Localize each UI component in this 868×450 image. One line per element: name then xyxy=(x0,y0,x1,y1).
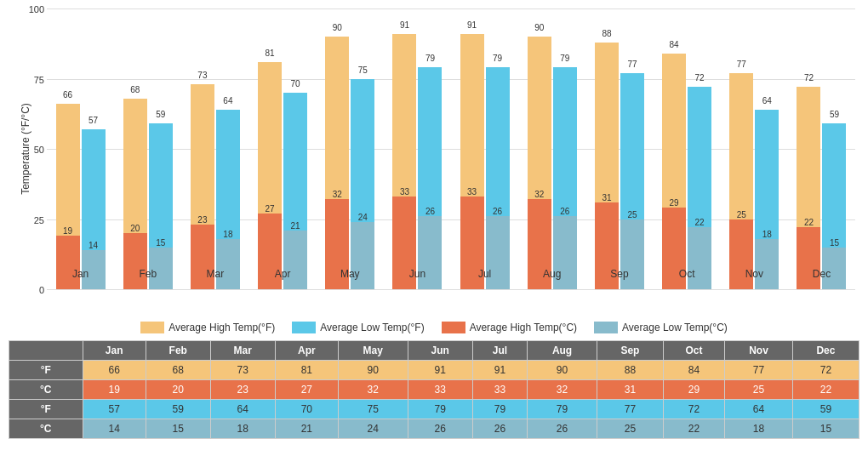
bar-label-low-c: 25 xyxy=(627,210,637,219)
legend-item: Average High Temp(°C) xyxy=(442,322,577,333)
bar-label-low-f: 72 xyxy=(695,73,705,83)
table-cell: 64 xyxy=(725,400,793,419)
table-header: May xyxy=(338,341,408,361)
x-tick: Aug xyxy=(518,264,585,289)
table-header: Aug xyxy=(528,341,597,361)
bar-label-low-f: 64 xyxy=(223,96,232,105)
month-group: 66195714 xyxy=(47,9,114,289)
chart-area: Temperature (°F/°C) 0255075100 661957146… xyxy=(9,9,859,315)
legend: Average High Temp(°F)Average Low Temp(°F… xyxy=(9,315,859,340)
x-tick: Jun xyxy=(384,264,451,289)
legend-swatch xyxy=(594,322,618,333)
x-tick: Sep xyxy=(585,264,653,289)
legend-item: Average Low Temp(°C) xyxy=(594,322,728,333)
bar-label-low-f: 59 xyxy=(830,110,839,119)
bar-label-high-f: 66 xyxy=(63,90,72,100)
table-cell: 19 xyxy=(83,380,146,400)
table-header: Mar xyxy=(210,341,275,361)
y-tick: 25 xyxy=(34,215,44,225)
table-cell: 75 xyxy=(338,400,408,419)
month-group: 90327524 xyxy=(317,9,384,289)
bar-label-low-f: 70 xyxy=(291,79,300,88)
bar-label-low-c: 18 xyxy=(223,230,232,239)
x-tick: May xyxy=(317,264,384,289)
chart-container: Temperature (°F/°C) 0255075100 661957146… xyxy=(0,0,868,439)
table-cell: 33 xyxy=(408,380,472,400)
month-group: 90327926 xyxy=(518,9,585,289)
legend-swatch xyxy=(140,322,164,333)
table-cell: 72 xyxy=(663,400,724,419)
row-label: °F xyxy=(9,361,83,380)
bar-label-high-c: 32 xyxy=(534,190,544,199)
table-header: Feb xyxy=(146,341,210,361)
row-label: °C xyxy=(9,380,83,400)
month-group: 84297222 xyxy=(654,9,721,289)
month-group: 72225915 xyxy=(788,9,855,289)
bar-label-high-f: 77 xyxy=(737,60,746,69)
table-cell: 18 xyxy=(725,419,793,439)
table-cell: 21 xyxy=(275,419,338,439)
x-tick: Jan xyxy=(47,264,114,289)
x-tick: Oct xyxy=(654,264,721,289)
legend-label: Average Low Temp(°C) xyxy=(622,322,728,333)
bar-label-low-c: 24 xyxy=(358,213,368,222)
table-cell: 22 xyxy=(663,419,724,439)
y-tick: 50 xyxy=(34,145,44,155)
table-header: Jan xyxy=(83,341,146,361)
bar-label-low-c: 21 xyxy=(291,221,300,231)
bar-label-high-f: 90 xyxy=(333,23,342,32)
bar-label-high-c: 27 xyxy=(266,204,275,214)
table-cell: 22 xyxy=(792,380,859,400)
month-group: 88317725 xyxy=(585,9,653,289)
table-cell: 31 xyxy=(597,380,663,400)
bar-label-high-f: 72 xyxy=(804,73,814,83)
bar-label-low-c: 18 xyxy=(762,230,772,239)
table-cell: 14 xyxy=(83,419,146,439)
table-cell: 27 xyxy=(275,380,338,400)
bar-label-low-c: 15 xyxy=(830,238,839,248)
bar-label-low-f: 79 xyxy=(560,54,569,63)
bar-label-low-c: 15 xyxy=(156,238,165,248)
legend-label: Average Low Temp(°F) xyxy=(320,322,424,333)
legend-label: Average High Temp(°C) xyxy=(470,322,577,333)
x-tick: Jul xyxy=(451,264,518,289)
table-cell: 25 xyxy=(597,419,663,439)
table-cell: 77 xyxy=(597,400,663,419)
bars-area: 6619571468205915732364188127702190327524… xyxy=(47,9,855,289)
x-tick: Apr xyxy=(249,264,317,289)
table-cell: 91 xyxy=(472,361,527,380)
table-cell: 15 xyxy=(146,419,210,439)
bar-label-high-c: 33 xyxy=(467,187,477,197)
x-tick: Nov xyxy=(721,264,788,289)
grid-line: 0 xyxy=(47,289,855,290)
table-header xyxy=(9,341,83,361)
table-cell: 20 xyxy=(146,380,210,400)
month-group: 73236418 xyxy=(181,9,248,289)
table-header: Jul xyxy=(472,341,527,361)
x-tick: Feb xyxy=(114,264,181,289)
chart-inner: 0255075100 66195714682059157323641881277… xyxy=(47,9,855,289)
y-tick: 75 xyxy=(34,75,44,85)
bar-label-low-c: 26 xyxy=(493,207,502,216)
x-axis: JanFebMarAprMayJunJulAugSepOctNovDec xyxy=(47,264,855,289)
row-label: °C xyxy=(9,419,83,439)
table-cell: 68 xyxy=(146,361,210,380)
bar-label-high-f: 73 xyxy=(197,71,207,80)
legend-item: Average High Temp(°F) xyxy=(140,322,275,333)
table-cell: 79 xyxy=(528,400,597,419)
table-cell: 90 xyxy=(528,361,597,380)
table-cell: 79 xyxy=(472,400,527,419)
table-header: Sep xyxy=(597,341,663,361)
table-cell: 88 xyxy=(597,361,663,380)
table-row: °C192023273233333231292522 xyxy=(9,380,859,400)
table-cell: 23 xyxy=(210,380,275,400)
table-cell: 26 xyxy=(408,419,472,439)
bar-label-low-f: 57 xyxy=(89,116,98,125)
bar-label-high-f: 84 xyxy=(670,40,679,49)
y-tick: 100 xyxy=(29,4,44,14)
bar-label-high-c: 20 xyxy=(130,224,140,233)
month-group: 68205915 xyxy=(114,9,181,289)
bar-label-high-c: 19 xyxy=(63,226,72,236)
table-cell: 66 xyxy=(83,361,146,380)
table-cell: 64 xyxy=(210,400,275,419)
